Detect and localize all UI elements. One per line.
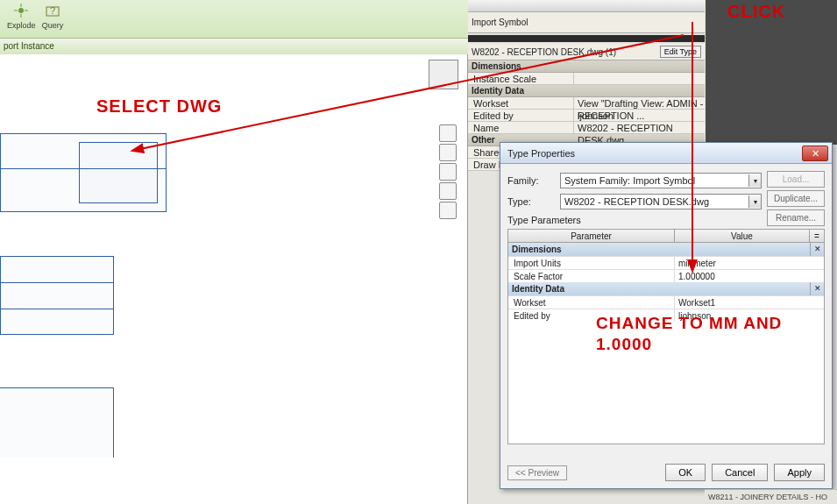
property-row: WorksetView "Drafting View: ADMIN - RECE… [468,97,705,110]
dwg-geometry[interactable] [0,387,114,458]
cancel-button[interactable]: Cancel [712,464,768,481]
context-bar: port Instance [0,39,468,54]
category-header: Identity Data [468,85,705,97]
chevron-down-icon: ▾ [748,195,761,208]
ribbon-query[interactable]: ? Query [39,2,67,30]
chevron-down-icon: ▾ [748,174,761,187]
side-panel [706,0,837,145]
drawing-view[interactable] [0,54,468,504]
dialog-title: Type Properties [507,143,575,163]
svg-point-0 [18,8,24,13]
column-header: Value [675,230,810,242]
nav-button[interactable] [439,182,457,200]
dwg-geometry [0,309,114,309]
preview-button[interactable]: << Preview [507,465,567,480]
family-select[interactable]: System Family: Import Symbol▾ [560,173,762,188]
scale-factor-value[interactable]: 1.000000 [675,270,824,282]
type-name: W8202 - RECEPTION DESK.dwg (1) [472,47,660,57]
rename-button[interactable]: Rename... [767,209,825,226]
type-parameters-grid: Dimensions✕ Import Unitsmillimeter Scale… [507,243,825,444]
ribbon-label: Explode [7,21,35,30]
nav-button[interactable] [439,163,457,181]
edit-type-button[interactable]: Edit Type [660,46,701,58]
project-browser-items: W8211 - JOINERY DETAILS - HO [705,489,837,504]
load-button: Load... [767,171,825,188]
grid-row: Scale Factor1.000000 [508,269,824,282]
dialog-side-buttons: Load... Duplicate... Rename... [767,171,825,229]
dwg-geometry [0,282,114,283]
dwg-geometry[interactable] [79,142,158,203]
properties-header [468,0,705,12]
duplicate-button[interactable]: Duplicate... [767,190,825,207]
column-header: = [810,230,824,242]
import-units-value[interactable]: millimeter [675,257,824,269]
type-selector-text: Import Symbol [472,18,701,27]
type-properties-dialog: Type Properties ✕ Family: System Family:… [500,142,833,489]
close-button[interactable]: ✕ [802,146,828,161]
nav-button[interactable] [439,202,457,219]
grid-category[interactable]: Identity Data✕ [508,282,824,295]
grid-row: Import Unitsmillimeter [508,256,824,269]
dwg-geometry [0,168,167,169]
view-cube[interactable] [429,60,458,89]
query-icon: ? [44,2,61,19]
type-label: Type: [507,196,560,207]
grid-header: Parameter Value = [507,229,825,243]
ribbon-explode[interactable]: Explode [7,2,35,30]
grid-row: WorksetWorkset1 [508,295,824,309]
dwg-geometry[interactable] [0,256,114,335]
property-row: Edited byljohnson [468,110,705,122]
browser-item[interactable]: W8211 - JOINERY DETAILS - HO [705,493,831,501]
grid-row: Edited byljohnson [508,309,824,322]
dialog-titlebar[interactable]: Type Properties ✕ [500,143,832,164]
thumbnail-strip [468,35,705,42]
grid-category[interactable]: Dimensions✕ [508,243,824,256]
category-header: Dimensions [468,60,705,73]
property-row: Instance Scale [468,73,705,85]
type-select[interactable]: W8202 - RECEPTION DESK.dwg▾ [560,194,762,209]
ribbon-label: Query [39,21,67,30]
nav-button[interactable] [439,124,457,142]
type-row: W8202 - RECEPTION DESK.dwg (1) Edit Type [468,44,705,60]
property-row: NameW8202 - RECEPTION DESK.dwg [468,122,705,134]
ok-button[interactable]: OK [665,464,706,481]
family-label: Family: [507,175,560,186]
nav-button[interactable] [439,144,457,161]
column-header: Parameter [508,230,675,242]
apply-button[interactable]: Apply [774,464,825,481]
properties-type-selector[interactable]: Import Symbol [468,12,705,33]
explode-icon [12,2,30,19]
svg-text:?: ? [50,5,55,16]
nav-bar [439,124,457,221]
dialog-footer: << Preview OK Cancel Apply [507,464,825,481]
